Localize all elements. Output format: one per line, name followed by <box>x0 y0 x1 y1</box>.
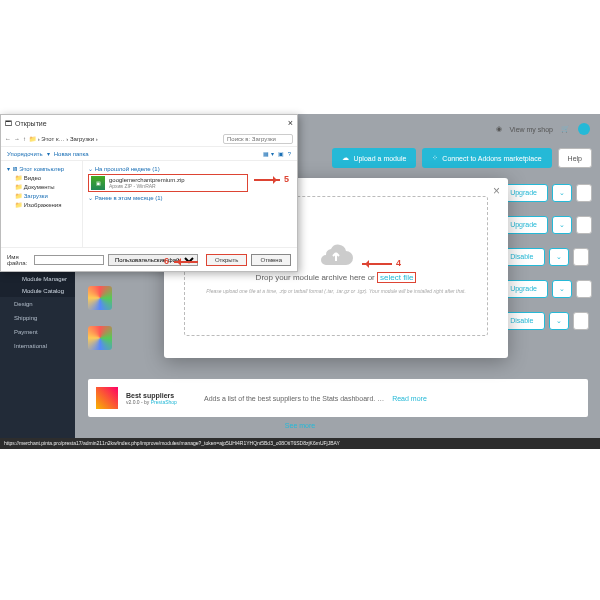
file-list: ⌄ На прошлой неделе (1) ▣ googlemerchant… <box>83 161 297 247</box>
dialog-footer: Имя файла: Пользовательские файлы (…) От… <box>1 247 297 271</box>
annotation-number: 4 <box>396 258 401 268</box>
dropzone-text: Drop your module archive here or select … <box>256 273 417 282</box>
tree-item-video[interactable]: 📁 Видео <box>5 173 78 182</box>
dropdown-toggle[interactable]: ⌄ <box>552 216 572 234</box>
close-icon[interactable]: × <box>288 118 293 128</box>
close-icon[interactable]: × <box>493 184 500 198</box>
nav-back-icon[interactable]: ← <box>5 136 11 142</box>
sidebar-sub-module-manager[interactable]: Module Manager <box>0 273 75 285</box>
cloud-upload-icon <box>316 239 356 267</box>
new-folder-button[interactable]: Новая папка <box>54 151 89 157</box>
sidebar-item-design[interactable]: Design <box>0 297 75 311</box>
module-icon <box>96 387 118 409</box>
cloud-upload-icon: ☁ <box>342 154 349 162</box>
cancel-button[interactable]: Отмена <box>251 254 291 266</box>
filename-label: Имя файла: <box>7 254 30 266</box>
module-title: Best suppliers <box>126 392 196 399</box>
annotation-arrow <box>254 179 280 181</box>
top-header: ◉ View my shop 🛒 <box>486 114 600 144</box>
tree-item-downloads[interactable]: 📁 Загрузки <box>5 191 78 200</box>
dialog-options: Упорядочить▾ Новая папка ▦ ▾ ▣ ? <box>1 147 297 161</box>
help-button[interactable]: Help <box>558 148 592 168</box>
dialog-titlebar: 🗔 Открытие × <box>1 115 297 131</box>
module-description: Adds a list of the best suppliers to the… <box>204 395 384 402</box>
nav-up-icon[interactable]: ↑ <box>23 136 26 142</box>
module-row-actions: Disable⌄ <box>499 312 592 330</box>
select-checkbox[interactable] <box>576 184 592 202</box>
view-shop-link[interactable]: View my shop <box>510 126 553 133</box>
see-more-link[interactable]: See more <box>285 422 315 429</box>
tree-root[interactable]: ▾ 🖥 Этот компьютер <box>5 164 78 173</box>
filename-input[interactable] <box>34 255 104 265</box>
dropzone-hint: Please upload one file at a time, .zip o… <box>206 288 466 294</box>
sidebar-sub-module-catalog[interactable]: Module Catalog <box>0 285 75 297</box>
module-action-column: Upgrade⌄ Upgrade⌄ Disable⌄ Upgrade⌄ Disa… <box>499 184 592 330</box>
file-meta: Архив ZIP - WinRAR <box>109 184 185 190</box>
dialog-nav: ← → ↑ 📁 › Этот к… › Загрузки › <box>1 131 297 147</box>
cart-icon[interactable]: 🛒 <box>561 125 570 133</box>
select-checkbox[interactable] <box>576 216 592 234</box>
dropdown-toggle[interactable]: ⌄ <box>549 248 569 266</box>
search-input[interactable] <box>223 134 293 144</box>
module-row-actions: Disable⌄ <box>499 248 592 266</box>
tree-item-documents[interactable]: 📁 Документы <box>5 182 78 191</box>
nav-fwd-icon[interactable]: → <box>14 136 20 142</box>
module-row-actions: Upgrade⌄ <box>499 216 592 234</box>
preview-icon[interactable]: ▣ <box>278 150 284 157</box>
connect-label: Connect to Addons marketplace <box>442 155 541 162</box>
select-checkbox[interactable] <box>573 312 589 330</box>
app-icon: 🗔 <box>5 120 12 127</box>
dropdown-toggle[interactable]: ⌄ <box>549 312 569 330</box>
read-more-link[interactable]: Read more <box>392 395 427 402</box>
dialog-title: Открытие <box>15 120 47 127</box>
file-item-selected[interactable]: ▣ googlemerchantpremium.zip Архив ZIP - … <box>88 174 248 192</box>
annotation-arrow <box>362 263 392 265</box>
module-author[interactable]: PrestaShop <box>151 399 177 405</box>
module-row-actions: Upgrade⌄ <box>499 184 592 202</box>
module-list-row: Best suppliers v2.0.0 - by PrestaShop Ad… <box>88 379 588 417</box>
select-checkbox[interactable] <box>576 280 592 298</box>
link-icon: ⁘ <box>432 154 438 162</box>
help-icon[interactable]: ? <box>288 151 291 157</box>
sidebar-item-international[interactable]: International <box>0 339 75 353</box>
upload-label: Upload a module <box>353 155 406 162</box>
breadcrumb[interactable]: 📁 › Этот к… › Загрузки › <box>29 135 98 142</box>
sidebar-item-payment[interactable]: Payment <box>0 325 75 339</box>
annotation-arrow <box>174 261 198 263</box>
eye-icon: ◉ <box>496 125 502 133</box>
dropdown-toggle[interactable]: ⌄ <box>552 280 572 298</box>
admin-sidebar: IMPROVE Modules Module Manager Module Ca… <box>0 244 75 449</box>
module-icon <box>88 326 112 350</box>
organize-menu[interactable]: Упорядочить <box>7 151 43 157</box>
upload-module-button[interactable]: ☁Upload a module <box>332 148 416 168</box>
module-icon <box>88 286 112 310</box>
view-icon[interactable]: ▦ ▾ <box>263 150 274 157</box>
list-group-header[interactable]: ⌄ На прошлой неделе (1) <box>88 165 292 172</box>
annotation-number: 6 <box>164 256 169 266</box>
select-file-link[interactable]: select file <box>377 272 416 283</box>
file-open-dialog: 🗔 Открытие × ← → ↑ 📁 › Этот к… › Загрузк… <box>0 114 298 272</box>
dropdown-toggle[interactable]: ⌄ <box>552 184 572 202</box>
avatar[interactable] <box>578 123 590 135</box>
annotation-number: 5 <box>284 174 289 184</box>
module-row-actions: Upgrade⌄ <box>499 280 592 298</box>
connect-addons-button[interactable]: ⁘Connect to Addons marketplace <box>422 148 551 168</box>
filetype-select[interactable]: Пользовательские файлы (…) <box>108 254 198 266</box>
select-checkbox[interactable] <box>573 248 589 266</box>
folder-tree: ▾ 🖥 Этот компьютер 📁 Видео 📁 Документы 📁… <box>1 161 83 247</box>
list-group-header[interactable]: ⌄ Ранее в этом месяце (1) <box>88 194 292 201</box>
status-url: https://merchant.pinta.pro/presta17/admi… <box>0 438 600 449</box>
module-version: v2.0.0 - by <box>126 399 149 405</box>
archive-icon: ▣ <box>91 176 105 190</box>
page-toolbar: ☁Upload a module ⁘Connect to Addons mark… <box>332 148 592 168</box>
open-button[interactable]: Открыть <box>206 254 248 266</box>
tree-item-pictures[interactable]: 📁 Изображения <box>5 200 78 209</box>
sidebar-item-shipping[interactable]: Shipping <box>0 311 75 325</box>
